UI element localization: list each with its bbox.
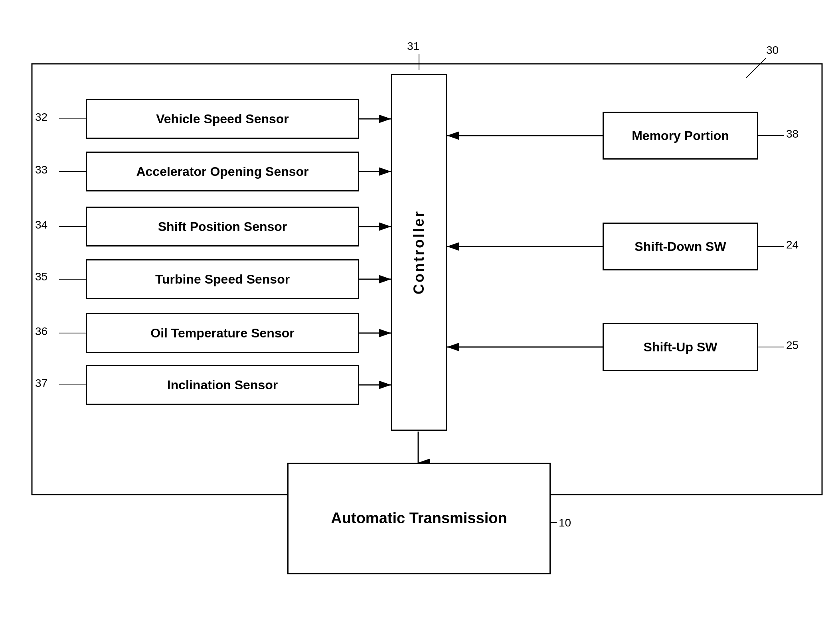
diagram-container: 30 31 32 33 34 35 36 37 38 24 25 10 Vehi… bbox=[0, 0, 840, 627]
automatic-transmission-label: Automatic Transmission bbox=[331, 509, 507, 528]
ref-38: 38 bbox=[786, 128, 798, 140]
shift-position-sensor-box: Shift Position Sensor bbox=[86, 207, 359, 246]
ref-33: 33 bbox=[35, 164, 47, 176]
accelerator-opening-sensor-label: Accelerator Opening Sensor bbox=[136, 164, 308, 179]
vehicle-speed-sensor-box: Vehicle Speed Sensor bbox=[86, 99, 359, 139]
memory-portion-label: Memory Portion bbox=[632, 128, 729, 143]
inclination-sensor-label: Inclination Sensor bbox=[167, 377, 278, 392]
ref-36: 36 bbox=[35, 325, 47, 338]
shift-down-sw-box: Shift-Down SW bbox=[603, 223, 758, 270]
ref-25: 25 bbox=[786, 339, 798, 352]
accelerator-opening-sensor-box: Accelerator Opening Sensor bbox=[86, 152, 359, 191]
oil-temperature-sensor-box: Oil Temperature Sensor bbox=[86, 313, 359, 353]
ref-24: 24 bbox=[786, 239, 798, 251]
shift-up-sw-box: Shift-Up SW bbox=[603, 323, 758, 371]
memory-portion-box: Memory Portion bbox=[603, 112, 758, 160]
shift-down-sw-label: Shift-Down SW bbox=[634, 239, 726, 254]
vehicle-speed-sensor-label: Vehicle Speed Sensor bbox=[156, 111, 289, 126]
controller-box: Controller bbox=[391, 74, 447, 431]
ref-37: 37 bbox=[35, 377, 47, 390]
controller-label: Controller bbox=[411, 210, 427, 294]
oil-temperature-sensor-label: Oil Temperature Sensor bbox=[150, 325, 294, 341]
ref-32: 32 bbox=[35, 111, 47, 124]
svg-line-3 bbox=[746, 58, 766, 78]
turbine-speed-sensor-label: Turbine Speed Sensor bbox=[155, 272, 290, 287]
ref-31: 31 bbox=[407, 40, 419, 53]
ref-35: 35 bbox=[35, 270, 47, 283]
ref-30: 30 bbox=[766, 44, 779, 57]
turbine-speed-sensor-box: Turbine Speed Sensor bbox=[86, 259, 359, 299]
automatic-transmission-box: Automatic Transmission bbox=[287, 463, 551, 574]
shift-up-sw-label: Shift-Up SW bbox=[644, 339, 717, 355]
inclination-sensor-box: Inclination Sensor bbox=[86, 365, 359, 405]
ref-10: 10 bbox=[559, 517, 571, 529]
shift-position-sensor-label: Shift Position Sensor bbox=[158, 219, 287, 234]
ref-34: 34 bbox=[35, 219, 47, 231]
